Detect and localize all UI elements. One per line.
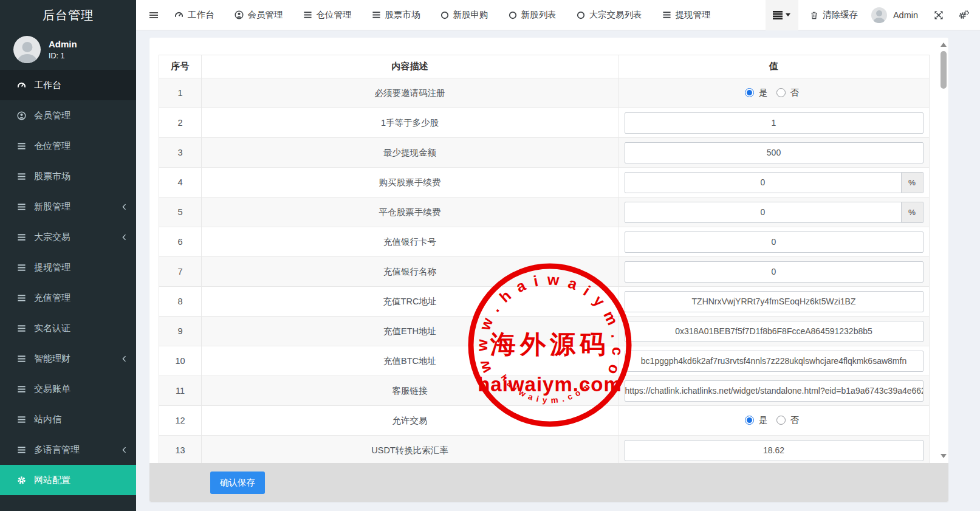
- scroll-up-arrow[interactable]: [941, 43, 947, 47]
- radio-no[interactable]: [776, 416, 786, 425]
- navbar-user-menu[interactable]: Admin: [871, 7, 918, 23]
- nav-item-block-trade-list[interactable]: 大宗交易列表: [577, 9, 642, 21]
- sidebar-item-smart-invest[interactable]: 智能理财: [0, 343, 136, 374]
- nav-item-withdraw-manage[interactable]: 提现管理: [662, 9, 711, 21]
- sidebar-item-trade-bills[interactable]: 交易账单: [0, 374, 136, 404]
- sidebar-item-workbench[interactable]: 工作台: [0, 70, 136, 100]
- row-description: 充值ETH地址: [202, 317, 618, 346]
- save-button[interactable]: 确认保存: [210, 472, 265, 494]
- nav-item-label: 工作台: [188, 9, 214, 21]
- value-input-group: %: [625, 172, 923, 193]
- nav-item-ipo-list[interactable]: 新股列表: [509, 9, 557, 21]
- table-row: 5平仓股票手续费%: [159, 197, 930, 227]
- chevron-left-icon: [122, 447, 126, 453]
- table-row: 7充值银行名称: [159, 257, 930, 287]
- nav-item-workbench[interactable]: 工作台: [174, 9, 214, 21]
- config-value-input[interactable]: [625, 112, 923, 134]
- circle-icon: [577, 11, 585, 19]
- config-value-input[interactable]: [625, 291, 923, 312]
- config-value-input[interactable]: [625, 142, 923, 163]
- user-icon: [15, 111, 28, 120]
- sidebar-item-block-trade[interactable]: 大宗交易: [0, 222, 136, 252]
- app-title: 后台管理: [0, 0, 136, 30]
- config-value-input[interactable]: [625, 440, 923, 461]
- chevron-left-icon: [122, 234, 126, 241]
- config-value-input[interactable]: [625, 351, 923, 372]
- menu-dropdown-button[interactable]: [766, 0, 798, 30]
- sidebar-item-withdraw[interactable]: 提现管理: [0, 252, 136, 283]
- chevron-left-icon: [122, 355, 126, 362]
- sidebar-item-site-config[interactable]: 网站配置: [0, 465, 136, 495]
- navbar-username: Admin: [893, 10, 918, 20]
- row-number: 7: [159, 257, 202, 287]
- config-value-input[interactable]: [625, 231, 923, 253]
- sidebar-item-stock-market[interactable]: 股票市场: [0, 161, 136, 191]
- row-number: 2: [159, 108, 202, 138]
- sidebar-item-positions[interactable]: 仓位管理: [0, 131, 136, 161]
- dashboard-icon: [174, 10, 183, 19]
- sidebar-item-label: 仓位管理: [34, 140, 70, 152]
- radio-no[interactable]: [776, 88, 786, 97]
- settings-gears-icon[interactable]: [959, 10, 969, 19]
- row-value-cell: [618, 287, 930, 317]
- radio-yes[interactable]: [745, 88, 754, 97]
- list-icon: [15, 263, 28, 272]
- sidebar-item-label: 提现管理: [34, 262, 70, 273]
- table-row: 1必须要邀请码注册是否: [159, 78, 930, 108]
- sidebar-item-label: 充值管理: [34, 292, 70, 304]
- nav-item-ipo-subscribe[interactable]: 新股申购: [440, 9, 488, 21]
- card-scrollbar[interactable]: [939, 40, 948, 461]
- row-value-cell: [618, 257, 930, 287]
- row-number: 12: [159, 406, 202, 436]
- row-number: 4: [159, 168, 202, 197]
- config-value-input[interactable]: [625, 172, 902, 193]
- table-row: 21手等于多少股: [159, 108, 930, 138]
- sidebar-item-kyc[interactable]: 实名认证: [0, 313, 136, 343]
- list-icon: [15, 233, 28, 242]
- sidebar-item-label: 新股管理: [34, 201, 70, 213]
- nav-item-members[interactable]: 会员管理: [235, 9, 283, 21]
- config-value-input[interactable]: [625, 380, 923, 402]
- config-value-input[interactable]: [625, 202, 902, 223]
- table-row: 3最少提现金额: [159, 138, 930, 168]
- row-number: 13: [159, 436, 202, 464]
- radio-yes-label: 是: [759, 414, 768, 426]
- sidebar-item-label: 会员管理: [34, 110, 70, 122]
- row-number: 9: [159, 317, 202, 346]
- trash-icon: [810, 11, 818, 19]
- gear-icon: [15, 476, 28, 485]
- list-icon: [15, 354, 28, 363]
- sidebar-item-members[interactable]: 会员管理: [0, 100, 136, 131]
- sidebar-item-label: 智能理财: [34, 353, 70, 365]
- row-description: 充值银行卡号: [202, 227, 618, 257]
- sidebar-item-recharge[interactable]: 充值管理: [0, 283, 136, 313]
- fullscreen-icon[interactable]: [934, 10, 944, 20]
- row-value-cell: [618, 317, 930, 346]
- nav-item-positions[interactable]: 仓位管理: [303, 9, 352, 21]
- row-value-cell: [618, 138, 930, 168]
- scroll-down-arrow[interactable]: [941, 454, 947, 458]
- sidebar-item-languages[interactable]: 多语言管理: [0, 434, 136, 465]
- config-value-input[interactable]: [625, 321, 923, 342]
- yes-no-radio-group: 是否: [745, 414, 803, 426]
- nav-item-stock-market[interactable]: 股票市场: [372, 9, 420, 21]
- row-number: 6: [159, 227, 202, 257]
- menu-icon: [773, 11, 783, 19]
- sidebar-item-ipo-manage[interactable]: 新股管理: [0, 191, 136, 222]
- main-area: 工作台会员管理仓位管理股票市场新股申购新股列表大宗交易列表提现管理 清除缓存 A…: [136, 0, 980, 511]
- user-name: Admin: [49, 39, 77, 49]
- clear-cache-button[interactable]: 清除缓存: [810, 9, 858, 21]
- table-row: 6充值银行卡号: [159, 227, 930, 257]
- row-number: 3: [159, 138, 202, 168]
- scrollbar-thumb[interactable]: [941, 51, 947, 89]
- radio-yes[interactable]: [745, 416, 754, 425]
- sidebar-item-site-mail[interactable]: 站内信: [0, 404, 136, 434]
- value-input-group: [625, 261, 923, 283]
- top-navbar: 工作台会员管理仓位管理股票市场新股申购新股列表大宗交易列表提现管理 清除缓存 A…: [136, 0, 980, 30]
- list-icon: [15, 172, 28, 181]
- nav-item-label: 大宗交易列表: [589, 9, 642, 21]
- row-value-cell: [618, 108, 930, 138]
- config-value-input[interactable]: [625, 261, 923, 283]
- sidebar-toggle-icon[interactable]: [149, 10, 159, 20]
- list-icon: [15, 293, 28, 303]
